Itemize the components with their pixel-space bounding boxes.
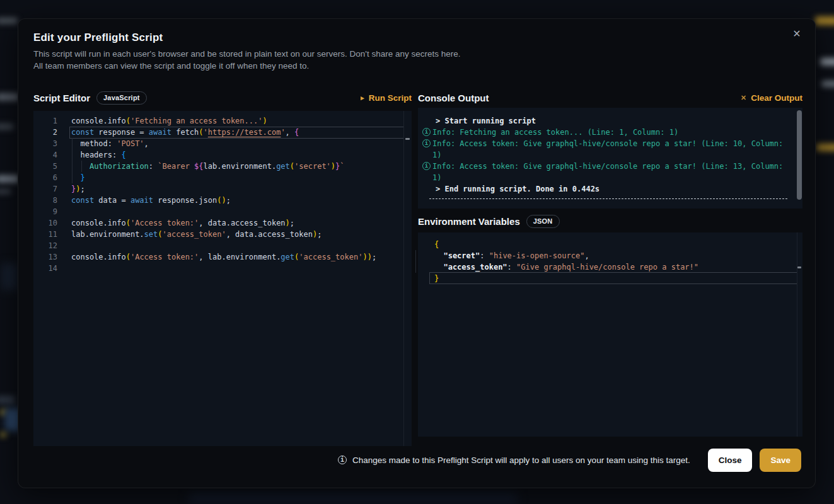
code-line[interactable]: 9 [33,206,412,217]
console-separator [429,198,787,199]
code-line[interactable]: 13console.info('Access token:', lab.envi… [33,251,412,263]
code-text: const data = await response.json(); [57,195,231,206]
bg-blur-strip [189,493,517,504]
code-text [57,240,71,251]
overview-ruler-mark [797,266,801,268]
close-icon[interactable]: ✕ [790,27,804,41]
console-entry-text: Info: Fetching an access token... (Line:… [432,127,795,138]
env-text: { [434,239,439,250]
play-icon: ▸ [361,94,364,101]
info-circle-icon: i [422,162,431,170]
console-entry: i> End running script. Done in 0.442s [418,183,802,195]
bg-blur-text [0,175,19,183]
script-editor-header: Script Editor JavaScript ▸ Run Script [33,89,412,106]
env-text: "access_token": "Give graphql-hive/conso… [434,261,698,273]
code-line[interactable]: 1console.info('Fetching an access token.… [33,115,412,127]
code-line[interactable]: 3 method: 'POST', [33,138,412,149]
preflight-script-modal: ✕ Edit your Preflight Script This script… [18,18,816,488]
description-line: All team members can view the script and… [33,60,460,72]
code-text: method: 'POST', [57,138,149,149]
console-output-panel: i> Start running scriptiInfo: Fetching a… [418,108,802,209]
code-line[interactable]: 14 [33,263,412,274]
bg-blur-text [0,18,18,24]
overview-ruler [403,111,404,446]
line-number: 9 [33,206,57,217]
env-line[interactable]: { [434,239,802,250]
env-text: "secret": "hive-is-open-source", [434,250,589,261]
footer-notice: i Changes made to this Preflight Script … [338,455,690,465]
console-entry-text: Info: Access token: Give graphql-hive/co… [432,161,795,183]
modal-footer: i Changes made to this Preflight Script … [33,448,801,472]
env-line[interactable]: } [434,273,802,284]
line-number: 2 [33,127,57,138]
code-line[interactable]: 12 [33,240,412,251]
scrollbar-thumb[interactable] [797,110,802,200]
code-text [57,263,71,274]
env-title: Environment Variables [418,216,520,227]
console-entry: iInfo: Fetching an access token... (Line… [418,127,802,138]
code-text: } [57,172,85,183]
code-line[interactable]: 10console.info('Access token:', data.acc… [33,217,412,229]
bg-blur-text [815,16,834,25]
bg-blur-text [0,93,19,101]
env-line[interactable]: "access_token": "Give graphql-hive/conso… [434,261,802,273]
bg-blur-dot [0,432,6,437]
line-number: 3 [33,138,57,149]
line-number: 12 [33,240,57,251]
editor-lines: 1console.info('Fetching an access token.… [33,115,412,274]
code-text: headers: { [57,149,126,161]
console-entry: i> Start running script [418,115,802,127]
bg-blur-text [0,396,15,404]
env-line[interactable]: "secret": "hive-is-open-source", [434,250,802,261]
bg-blur-text [820,58,834,66]
code-text: const response = await fetch('https://te… [57,127,299,138]
clear-output-button[interactable]: ✕ Clear Output [741,93,802,103]
line-number: 4 [33,149,57,161]
console-scrollbar[interactable] [796,108,802,209]
env-variables-panel[interactable]: { "secret": "hive-is-open-source", "acce… [418,232,802,437]
close-button[interactable]: Close [708,449,753,472]
script-editor-panel[interactable]: 1console.info('Fetching an access token.… [33,111,412,446]
bg-blur-text [821,81,834,87]
code-line[interactable]: 8const data = await response.json(); [33,195,412,206]
modal-description: This script will run in each user's brow… [33,49,460,72]
console-entry: iInfo: Access token: Give graphql-hive/c… [418,161,802,183]
env-lines: { "secret": "hive-is-open-source", "acce… [434,239,802,284]
bg-blur-text [816,144,834,151]
info-circle-icon: i [422,128,431,136]
code-line[interactable]: 6 } [33,172,412,183]
line-number: 1 [33,115,57,127]
code-line[interactable]: 2const response = await fetch('https://t… [33,127,412,138]
code-text: lab.environment.set('access_token', data… [57,229,321,240]
code-line[interactable]: 5 Authorization: `Bearer ${lab.environme… [33,161,412,172]
code-line[interactable]: 11lab.environment.set('access_token', da… [33,229,412,240]
language-badge: JavaScript [96,91,147,105]
env-text: } [434,273,439,284]
code-text: }); [57,183,85,195]
code-line[interactable]: 7}); [33,183,412,195]
line-number: 5 [33,161,57,172]
console-entries: i> Start running scriptiInfo: Fetching a… [418,115,802,195]
bg-blur-text [0,189,11,194]
line-number: 13 [33,251,57,263]
overview-ruler-mark [405,138,410,140]
info-icon: i [338,455,347,464]
line-number: 7 [33,183,57,195]
info-circle-icon: i [422,139,431,147]
code-text: console.info('Access token:', lab.enviro… [57,251,376,263]
line-number: 6 [33,172,57,183]
console-entry: iInfo: Access token: Give graphql-hive/c… [418,138,802,161]
clear-output-label: Clear Output [751,93,802,103]
code-text [57,206,71,217]
line-number: 14 [33,263,57,274]
console-entry-text: > End running script. Done in 0.442s [432,183,795,195]
code-line[interactable]: 4 headers: { [33,149,412,161]
save-button[interactable]: Save [760,449,801,472]
code-text: console.info('Fetching an access token..… [57,115,267,127]
line-number: 10 [33,217,57,229]
run-script-button[interactable]: ▸ Run Script [361,93,412,103]
overview-ruler [797,232,797,437]
console-header: Console Output ✕ Clear Output [418,89,802,106]
json-badge: JSON [526,215,560,228]
description-line: This script will run in each user's brow… [33,49,460,60]
